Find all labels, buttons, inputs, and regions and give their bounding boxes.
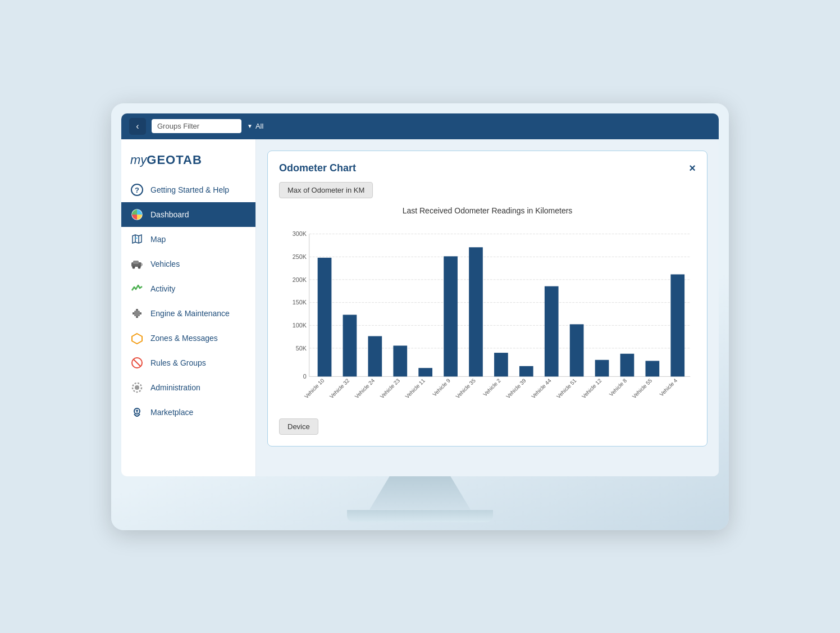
sidebar-label-dashboard: Dashboard — [150, 210, 189, 219]
bar-Vehicle-8 — [620, 353, 634, 376]
svg-rect-12 — [140, 312, 141, 315]
monitor-stand — [369, 476, 471, 510]
sidebar-item-getting-started[interactable]: ? Getting Started & Help — [121, 177, 255, 202]
svg-line-17 — [134, 359, 140, 366]
sidebar-label-zones: Zones & Messages — [150, 334, 218, 343]
svg-rect-13 — [136, 309, 138, 311]
bar-Vehicle-9 — [444, 256, 458, 376]
filter-dropdown[interactable]: ▼ All — [247, 122, 263, 130]
admin-icon — [130, 381, 144, 394]
marketplace-icon — [130, 406, 144, 419]
svg-rect-9 — [141, 263, 143, 266]
svg-text:250K: 250K — [293, 253, 307, 260]
chart-card-header: Odometer Chart × — [279, 162, 696, 174]
dashboard-icon — [130, 208, 144, 221]
bar-label-10: Vehicle 51 — [555, 377, 578, 399]
bar-chart-svg: 300K 250K 200K 150K 100K 50K 0 Vehicle 1… — [279, 221, 696, 412]
sidebar-item-vehicles[interactable]: Vehicles — [121, 252, 255, 276]
filter-arrow-icon: ▼ — [247, 123, 253, 129]
logo-geotab: GEOTAB — [147, 153, 202, 167]
svg-rect-10 — [134, 311, 140, 316]
chart-filter-button[interactable]: Max of Odometer in KM — [279, 182, 373, 198]
bar-Vehicle-51 — [570, 324, 584, 376]
bar-Vehicle-39 — [519, 366, 533, 376]
bar-label-6: Vehicle 35 — [454, 377, 477, 399]
vehicles-icon — [130, 257, 144, 271]
top-bar: ‹ ▼ All — [121, 113, 719, 139]
bar-label-1: Vehicle 32 — [328, 377, 351, 399]
sidebar-label-vehicles: Vehicles — [150, 259, 180, 268]
sidebar-label-rules: Rules & Groups — [150, 358, 206, 367]
back-button[interactable]: ‹ — [129, 118, 146, 135]
bar-label-12: Vehicle 8 — [608, 377, 628, 397]
bar-Vehicle-11 — [418, 368, 432, 376]
bar-Vehicle-44 — [545, 286, 559, 376]
close-button[interactable]: × — [689, 162, 696, 174]
main-layout: my GEOTAB ? Getting Started & Help — [121, 139, 719, 476]
bar-label-7: Vehicle 2 — [482, 377, 502, 397]
sidebar-label-marketplace: Marketplace — [150, 408, 193, 417]
bar-Vehicle-32 — [343, 315, 357, 376]
chart-area: 300K 250K 200K 150K 100K 50K 0 Vehicle 1… — [279, 221, 696, 412]
bar-Vehicle-12 — [595, 359, 609, 376]
filter-value: All — [255, 122, 263, 130]
svg-text:0: 0 — [303, 373, 307, 380]
sidebar: my GEOTAB ? Getting Started & Help — [121, 139, 256, 476]
logo: my GEOTAB — [121, 145, 255, 177]
monitor-base — [347, 510, 493, 522]
sidebar-label-administration: Administration — [150, 383, 200, 392]
svg-text:200K: 200K — [293, 276, 307, 283]
content-area: Odometer Chart × Max of Odometer in KM L… — [256, 139, 719, 476]
bar-Vehicle-24 — [368, 336, 382, 376]
bar-Vehicle-35 — [469, 247, 483, 376]
bar-label-8: Vehicle 39 — [505, 377, 527, 399]
svg-point-7 — [133, 266, 135, 268]
sidebar-item-marketplace[interactable]: Marketplace — [121, 400, 255, 425]
bar-Vehicle-55 — [646, 361, 660, 376]
monitor-outer: ‹ ▼ All my GEOTAB ? — [111, 103, 729, 530]
rules-icon — [130, 356, 144, 370]
logo-my: my — [130, 153, 147, 167]
svg-text:300K: 300K — [293, 230, 307, 237]
chart-subtitle: Last Received Odometer Readings in Kilom… — [279, 206, 696, 215]
svg-point-8 — [138, 266, 141, 268]
bar-label-14: Vehicle 4 — [658, 377, 678, 397]
bar-label-5: Vehicle 9 — [431, 377, 451, 397]
sidebar-item-rules[interactable]: Rules & Groups — [121, 350, 255, 375]
svg-rect-14 — [136, 316, 138, 318]
activity-icon — [130, 282, 144, 295]
chart-title: Odometer Chart — [279, 162, 356, 174]
svg-marker-15 — [132, 334, 142, 344]
bar-label-4: Vehicle 11 — [404, 377, 426, 399]
bar-label-0: Vehicle 10 — [303, 377, 326, 399]
sidebar-item-map[interactable]: Map — [121, 227, 255, 252]
sidebar-label-map: Map — [150, 235, 166, 244]
sidebar-item-dashboard[interactable]: Dashboard — [121, 202, 255, 227]
svg-text:?: ? — [135, 186, 139, 194]
bar-label-2: Vehicle 24 — [354, 377, 376, 399]
zones-icon — [130, 331, 144, 345]
device-button[interactable]: Device — [279, 418, 318, 435]
bar-Vehicle-10 — [318, 257, 332, 376]
sidebar-item-activity[interactable]: Activity — [121, 276, 255, 301]
svg-rect-11 — [133, 312, 134, 315]
chart-card: Odometer Chart × Max of Odometer in KM L… — [267, 151, 707, 447]
bar-Vehicle-4 — [670, 274, 684, 376]
bar-label-13: Vehicle 55 — [631, 377, 654, 399]
groups-filter-input[interactable] — [152, 119, 241, 133]
bar-label-3: Vehicle 23 — [379, 377, 401, 399]
sidebar-item-engine[interactable]: Engine & Maintenance — [121, 301, 255, 326]
question-icon: ? — [130, 183, 144, 197]
map-icon — [130, 233, 144, 246]
sidebar-label-activity: Activity — [150, 284, 175, 293]
sidebar-item-zones[interactable]: Zones & Messages — [121, 326, 255, 350]
sidebar-label-getting-started: Getting Started & Help — [150, 185, 229, 194]
sidebar-label-engine: Engine & Maintenance — [150, 309, 230, 318]
svg-point-18 — [135, 385, 139, 390]
sidebar-item-administration[interactable]: Administration — [121, 375, 255, 400]
bar-Vehicle-2 — [494, 353, 508, 376]
svg-text:50K: 50K — [296, 344, 307, 351]
bar-label-9: Vehicle 44 — [530, 377, 553, 399]
monitor-screen: ‹ ▼ All my GEOTAB ? — [121, 113, 719, 476]
bar-Vehicle-23 — [393, 345, 407, 376]
